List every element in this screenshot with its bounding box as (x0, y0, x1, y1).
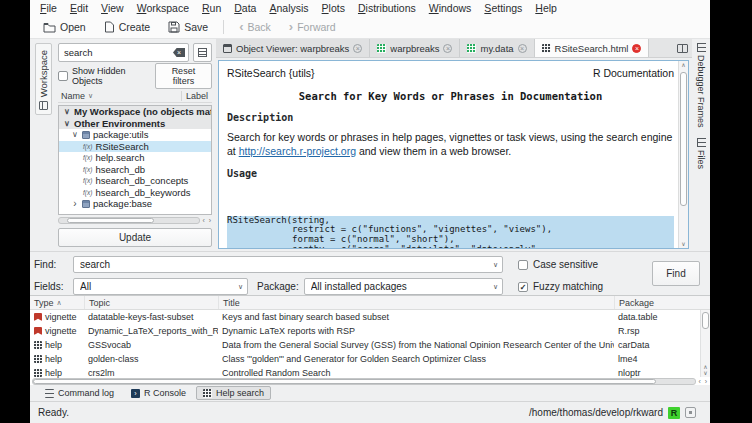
result-row[interactable]: help GSSvocab Data from the General Soci… (30, 338, 710, 352)
fuzzy-matching-checkbox[interactable] (518, 282, 528, 292)
document-tab[interactable]: my.data (460, 39, 534, 57)
scrollbar-thumb[interactable] (67, 218, 154, 223)
create-button[interactable]: Create (97, 19, 158, 35)
menu-item[interactable]: Data (234, 2, 256, 14)
menu-item[interactable]: View (101, 2, 124, 14)
menu-item[interactable]: Run (202, 2, 221, 14)
workspace-dock-tab[interactable]: Workspace (35, 43, 52, 115)
scrollbar-thumb[interactable] (33, 379, 656, 384)
find-button[interactable]: Find (652, 261, 700, 286)
help-vertical-scrollbar[interactable]: ∧ ∨ (678, 61, 688, 248)
find-combobox[interactable]: search ∨ (73, 256, 503, 273)
tab-close-icon[interactable] (518, 44, 527, 53)
reset-filters-button[interactable]: Reset filters (155, 63, 212, 89)
tree-item[interactable]: f(x) RSiteSearch (59, 141, 211, 153)
case-sensitive-checkbox[interactable] (518, 260, 528, 270)
menu-item[interactable]: Distributions (358, 2, 416, 14)
right-dock-strip: Debugger Frames Files (692, 39, 710, 251)
filter-options-button[interactable] (193, 43, 212, 62)
expander-icon[interactable] (71, 198, 79, 209)
document-tab-icon (467, 44, 476, 53)
scroll-down-icon[interactable]: ∨ (703, 370, 707, 376)
chevron-down-icon: ∨ (238, 283, 243, 291)
tab-close-icon[interactable] (443, 44, 452, 53)
save-button[interactable]: Save (161, 19, 215, 35)
result-type-cell: vignette (30, 326, 84, 336)
toolview-tab[interactable]: Help search (196, 386, 271, 400)
menu-item[interactable]: Plots (322, 2, 345, 14)
interrupt-icon[interactable] (685, 407, 696, 418)
document-area: Object Viewer: warpbreaks warpbreaks my.… (216, 39, 692, 251)
results-horizontal-scrollbar[interactable]: ‹ › (32, 377, 708, 385)
results-vertical-scrollbar[interactable]: ∧ ∨ (700, 310, 710, 377)
menu-item[interactable]: Help (535, 2, 557, 14)
toolview-icon (203, 389, 212, 398)
update-button[interactable]: Update (58, 228, 212, 247)
help-search-panel: Find: search ∨ Case sensitive Fields: Al… (30, 251, 710, 295)
toolview-tab[interactable]: R Console (124, 386, 193, 400)
tab-close-icon[interactable] (353, 44, 362, 53)
scroll-arrows-icon[interactable]: ‹ › (698, 378, 708, 385)
menu-item[interactable]: Analysis (269, 2, 308, 14)
toolview-tab[interactable]: Command log (38, 386, 121, 400)
clear-search-icon[interactable]: × (173, 48, 185, 57)
scroll-down-icon[interactable]: ∨ (681, 241, 685, 247)
name-column-header[interactable]: Name (61, 91, 85, 101)
scrollbar-thumb[interactable] (680, 72, 687, 205)
expander-icon[interactable] (71, 130, 79, 139)
result-row[interactable]: vignette Dynamic_LaTeX_reports_with_RSP … (30, 324, 710, 338)
document-tab[interactable]: warpbreaks (370, 39, 460, 57)
expander-icon[interactable] (63, 107, 71, 116)
tree-horizontal-scrollbar[interactable]: ‹ › (58, 216, 212, 224)
fields-combobox[interactable]: All ∨ (73, 278, 248, 295)
menu-item[interactable]: Edit (70, 2, 88, 14)
scroll-up-icon[interactable]: ∧ (681, 62, 685, 68)
tree-column-header[interactable]: Name∨ Label (58, 90, 212, 103)
document-tab[interactable]: Object Viewer: warpbreaks (216, 39, 370, 57)
back-button[interactable]: ‹ Back (232, 19, 278, 35)
package-combobox[interactable]: All installed packages ∨ (304, 278, 503, 295)
title-column-header[interactable]: Title (218, 296, 614, 309)
scrollbar-thumb[interactable] (702, 312, 709, 329)
chevron-down-icon: ∨ (493, 283, 498, 291)
result-type-icon (34, 355, 42, 363)
result-row[interactable]: vignette datatable-keys-fast-subset Keys… (30, 310, 710, 324)
tree-item[interactable]: f(x) package:utils (59, 129, 211, 141)
tab-close-icon[interactable] (632, 44, 641, 53)
tree-item[interactable]: f(x) hsearch_db (59, 164, 211, 176)
expander-icon[interactable] (63, 119, 71, 128)
split-view-icon[interactable] (677, 44, 688, 53)
tree-item[interactable]: f(x) My Workspace (no objects matching f… (59, 106, 211, 118)
menu-item[interactable]: Windows (429, 2, 472, 14)
workspace-search-field[interactable]: × (58, 43, 189, 62)
tree-item[interactable]: f(x) Other Environments (59, 118, 211, 130)
result-package-cell: lme4 (614, 354, 698, 364)
menu-item[interactable]: File (40, 2, 57, 14)
tree-item[interactable]: f(x) help.search (59, 152, 211, 164)
type-column-header[interactable]: Type∧ (30, 296, 84, 309)
description-heading: Description (227, 112, 674, 123)
tree-item[interactable]: f(x) package:base (59, 198, 211, 210)
topic-column-header[interactable]: Topic (84, 296, 218, 309)
tree-item[interactable]: f(x) hsearch_db_keywords (59, 187, 211, 199)
menu-item[interactable]: Settings (484, 2, 522, 14)
right-dock-tab[interactable]: Debugger Frames (696, 43, 706, 128)
open-button[interactable]: Open (36, 19, 93, 35)
tree-item-label: hsearch_db_keywords (95, 187, 190, 198)
result-row[interactable]: help golden-class Class '"golden"' and G… (30, 352, 710, 366)
scroll-arrows-icon[interactable]: ‹ › (202, 217, 212, 224)
r-documentation-label: R Documentation (593, 67, 674, 79)
forward-button[interactable]: › Forward (282, 19, 343, 35)
right-dock-tab[interactable]: Files (696, 138, 706, 169)
function-icon: f(x) (83, 189, 92, 196)
label-column-header[interactable]: Label (181, 91, 212, 101)
document-tab[interactable]: RSiteSearch.html (535, 39, 650, 57)
workspace-search-input[interactable] (64, 47, 173, 58)
result-topic-cell: Dynamic_LaTeX_reports_with_RSP (84, 326, 218, 336)
tree-item[interactable]: f(x) hsearch_db_concepts (59, 175, 211, 187)
main-area: Workspace × Show Hidden Objects Reset fi… (30, 39, 710, 251)
menu-item[interactable]: Workspace (137, 2, 189, 14)
search-site-link[interactable]: http://search.r-project.org (239, 145, 356, 157)
package-column-header[interactable]: Package (614, 296, 698, 309)
show-hidden-checkbox[interactable] (58, 71, 68, 81)
